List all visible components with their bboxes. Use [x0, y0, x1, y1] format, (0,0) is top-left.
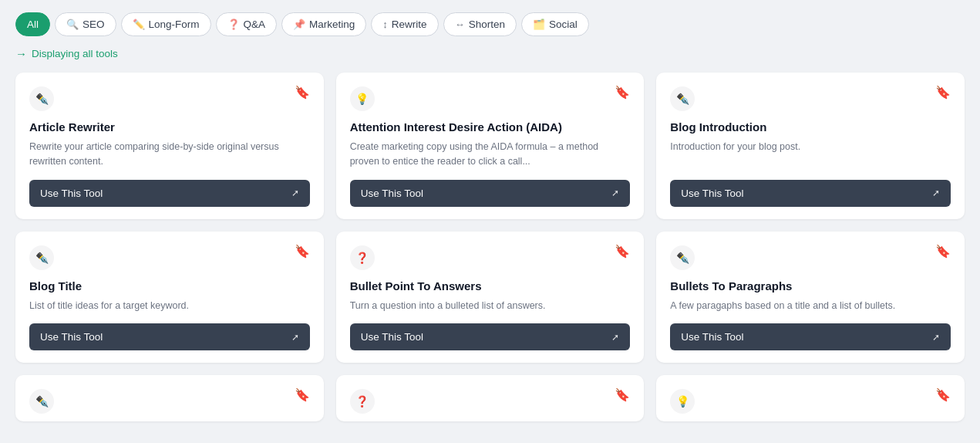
- use-tool-button-aida[interactable]: Use This Tool ➚: [350, 180, 631, 207]
- use-tool-button-article-rewriter[interactable]: Use This Tool ➚: [29, 180, 310, 207]
- tab-label-social: Social: [549, 19, 578, 30]
- card-header: ✒️ 🔖: [29, 245, 310, 270]
- use-tool-button-bullet-point-answers[interactable]: Use This Tool ➚: [350, 323, 631, 350]
- tab-label-all: All: [27, 19, 39, 30]
- tab-social[interactable]: 🗂️Social: [521, 12, 589, 36]
- bookmark-button-bullet-point-answers[interactable]: 🔖: [615, 245, 630, 258]
- bookmark-button-aida[interactable]: 🔖: [615, 86, 630, 99]
- tool-card-bullet-point-answers: ❓ 🔖 Bullet Point To Answers Turn a quest…: [336, 232, 645, 364]
- card-desc-blog-title: List of title ideas for a target keyword…: [29, 299, 310, 313]
- card-icon-blog-title: ✒️: [29, 245, 54, 270]
- partial-bookmark-button-1[interactable]: 🔖: [615, 389, 630, 401]
- bookmark-button-bullets-to-paragraphs[interactable]: 🔖: [935, 245, 951, 258]
- card-title-blog-intro: Blog Introduction: [670, 120, 951, 134]
- card-header: ✒️ 🔖: [29, 86, 310, 111]
- tab-label-marketing: Marketing: [309, 19, 355, 30]
- tool-card-blog-title: ✒️ 🔖 Blog Title List of title ideas for …: [15, 232, 324, 364]
- use-tool-label-bullet-point-answers: Use This Tool: [361, 331, 423, 343]
- card-icon-blog-intro: ✒️: [670, 86, 695, 111]
- tool-card-partial-0: ✒️ 🔖: [15, 375, 324, 421]
- tab-long-form[interactable]: ✏️Long-Form: [121, 12, 211, 36]
- tab-qna[interactable]: ❓Q&A: [216, 12, 278, 36]
- card-title-aida: Attention Interest Desire Action (AIDA): [350, 120, 631, 134]
- card-title-bullet-point-answers: Bullet Point To Answers: [350, 279, 631, 293]
- partial-card-icon-0: ✒️: [29, 389, 54, 414]
- external-link-icon-article-rewriter: ➚: [291, 188, 299, 198]
- tab-label-rewrite: Rewrite: [392, 19, 427, 30]
- use-tool-button-blog-intro[interactable]: Use This Tool ➚: [670, 180, 951, 207]
- card-desc-aida: Create marketing copy using the AIDA for…: [350, 140, 631, 169]
- tab-seo[interactable]: 🔍SEO: [55, 12, 116, 36]
- partial-card-header-0: ✒️ 🔖: [29, 389, 310, 414]
- external-link-icon-bullets-to-paragraphs: ➚: [932, 332, 940, 343]
- bookmark-button-blog-intro[interactable]: 🔖: [935, 86, 951, 99]
- external-link-icon-bullet-point-answers: ➚: [611, 332, 619, 343]
- card-title-blog-title: Blog Title: [29, 279, 310, 293]
- tab-icon-rewrite: ↕️: [382, 19, 388, 30]
- tab-icon-marketing: 📌: [293, 19, 305, 30]
- card-header: 💡 🔖: [350, 86, 631, 111]
- cards-grid: ✒️ 🔖 Article Rewriter Rewrite your artic…: [15, 73, 965, 421]
- tab-label-seo: SEO: [83, 19, 105, 30]
- external-link-icon-aida: ➚: [611, 188, 619, 198]
- tab-label-long-form: Long-Form: [149, 19, 200, 30]
- partial-bookmark-button-0[interactable]: 🔖: [295, 389, 310, 401]
- tab-icon-qna: ❓: [227, 19, 240, 30]
- external-link-icon-blog-title: ➚: [291, 332, 299, 343]
- tab-rewrite[interactable]: ↕️Rewrite: [371, 12, 438, 36]
- partial-card-icon-1: ❓: [350, 389, 375, 414]
- card-desc-article-rewriter: Rewrite your article comparing side-by-s…: [29, 140, 310, 169]
- partial-card-header-2: 💡 🔖: [670, 389, 951, 414]
- tab-icon-seo: 🔍: [66, 19, 79, 30]
- tool-card-aida: 💡 🔖 Attention Interest Desire Action (AI…: [336, 73, 645, 219]
- tab-icon-social: 🗂️: [533, 19, 545, 30]
- use-tool-button-blog-title[interactable]: Use This Tool ➚: [29, 323, 310, 350]
- partial-bookmark-button-2[interactable]: 🔖: [935, 389, 951, 401]
- tab-icon-long-form: ✏️: [133, 19, 145, 30]
- card-desc-bullets-to-paragraphs: A few paragaphs based on a title and a l…: [670, 299, 951, 313]
- card-header: ✒️ 🔖: [670, 245, 951, 270]
- use-tool-label-aida: Use This Tool: [361, 188, 423, 199]
- filter-tabs: All🔍SEO✏️Long-Form❓Q&A📌Marketing↕️Rewrit…: [15, 12, 965, 36]
- card-header: ❓ 🔖: [350, 245, 631, 270]
- tool-card-article-rewriter: ✒️ 🔖 Article Rewriter Rewrite your artic…: [15, 73, 324, 219]
- bookmark-button-article-rewriter[interactable]: 🔖: [295, 86, 310, 99]
- tool-card-blog-intro: ✒️ 🔖 Blog Introduction Introduction for …: [656, 73, 965, 219]
- tab-shorten[interactable]: ↔️Shorten: [443, 12, 517, 36]
- partial-card-header-1: ❓ 🔖: [350, 389, 631, 414]
- card-icon-bullet-point-answers: ❓: [350, 245, 375, 270]
- tool-card-partial-1: ❓ 🔖: [336, 375, 645, 421]
- bookmark-button-blog-title[interactable]: 🔖: [295, 245, 310, 258]
- external-link-icon-blog-intro: ➚: [932, 188, 940, 198]
- arrow-icon: →: [15, 47, 27, 60]
- tab-all[interactable]: All: [15, 12, 50, 36]
- use-tool-button-bullets-to-paragraphs[interactable]: Use This Tool ➚: [670, 323, 951, 350]
- card-header: ✒️ 🔖: [670, 86, 951, 111]
- tool-card-bullets-to-paragraphs: ✒️ 🔖 Bullets To Paragraphs A few paragap…: [656, 232, 965, 364]
- card-icon-aida: 💡: [350, 86, 375, 111]
- use-tool-label-blog-title: Use This Tool: [40, 331, 103, 343]
- card-icon-article-rewriter: ✒️: [29, 86, 54, 111]
- card-title-article-rewriter: Article Rewriter: [29, 120, 310, 134]
- displaying-label: → Displaying all tools: [15, 47, 965, 60]
- tool-card-partial-2: 💡 🔖: [656, 375, 965, 421]
- card-title-bullets-to-paragraphs: Bullets To Paragraphs: [670, 279, 951, 293]
- tab-marketing[interactable]: 📌Marketing: [281, 12, 366, 36]
- card-desc-bullet-point-answers: Turn a question into a bulleted list of …: [350, 299, 631, 313]
- use-tool-label-article-rewriter: Use This Tool: [40, 188, 103, 199]
- tab-label-qna: Q&A: [244, 19, 266, 30]
- partial-card-icon-2: 💡: [670, 389, 695, 414]
- tab-label-shorten: Shorten: [469, 19, 505, 30]
- card-desc-blog-intro: Introduction for your blog post.: [670, 140, 951, 169]
- use-tool-label-blog-intro: Use This Tool: [681, 188, 743, 199]
- card-icon-bullets-to-paragraphs: ✒️: [670, 245, 695, 270]
- use-tool-label-bullets-to-paragraphs: Use This Tool: [681, 331, 743, 343]
- tab-icon-shorten: ↔️: [455, 19, 465, 30]
